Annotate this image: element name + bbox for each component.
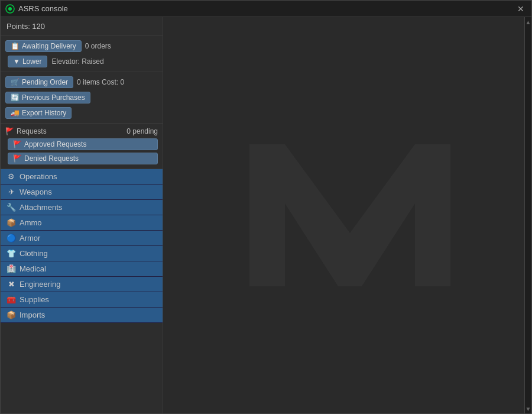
armor-icon: 🔵	[7, 234, 16, 242]
nav-label-operations: Operations	[20, 172, 57, 181]
nav-label-supplies: Supplies	[20, 295, 49, 304]
requests-count: 0 pending	[126, 127, 158, 135]
nav-label-armor: Armor	[20, 234, 40, 242]
nav-item-ammo[interactable]: 📦 Ammo	[1, 215, 163, 231]
export-history-button[interactable]: 🚚 Export History	[5, 107, 72, 119]
previous-purchases-button[interactable]: 🔄 Previous Purchases	[5, 92, 90, 104]
requests-section: 🚩 Requests 0 pending 🚩 Approved Requests…	[1, 124, 163, 169]
nav-label-ammo: Ammo	[20, 218, 42, 227]
weapons-icon: ✈	[7, 187, 16, 196]
svg-point-1	[8, 7, 12, 11]
approved-icon: 🚩	[13, 140, 22, 148]
operations-icon: ⚙	[7, 172, 16, 181]
nav-item-weapons[interactable]: ✈ Weapons	[1, 185, 163, 200]
imports-icon: 📦	[7, 310, 16, 319]
nav-item-armor[interactable]: 🔵 Armor	[1, 231, 163, 246]
nav-item-operations[interactable]: ⚙ Operations	[1, 169, 163, 185]
approved-requests-button[interactable]: 🚩 Approved Requests	[8, 138, 158, 150]
app-icon	[5, 4, 15, 14]
pending-order-info: 0 items Cost: 0	[77, 78, 124, 86]
pending-order-button[interactable]: 🛒 Pending Order	[5, 76, 73, 88]
awaiting-delivery-button[interactable]: 📋 Awaiting Delivery	[5, 40, 82, 52]
requests-header: 🚩 Requests 0 pending	[5, 127, 158, 135]
lower-icon: ▼	[13, 57, 20, 66]
sidebar: Points: 120 📋 Awaiting Delivery 0 orders…	[1, 17, 163, 413]
lower-button[interactable]: ▼ Lower	[8, 56, 47, 67]
requests-toggle[interactable]: 🚩 Requests	[5, 127, 47, 135]
nav-item-supplies[interactable]: 🧰 Supplies	[1, 292, 163, 308]
denied-requests-button[interactable]: 🚩 Denied Requests	[8, 153, 158, 164]
points-label: Points: 120	[7, 22, 45, 31]
nav-section: ⚙ Operations ✈ Weapons 🔧 Attachments 📦 A…	[1, 169, 163, 413]
nav-label-engineering: Engineering	[20, 280, 60, 289]
elevator-status: Elevator: Raised	[52, 57, 104, 66]
nav-label-medical: Medical	[20, 264, 46, 273]
ammo-icon: 📦	[7, 218, 16, 227]
main-window: ASRS console ✕ Points: 120 📋 Awaiting De…	[0, 0, 532, 414]
points-bar: Points: 120	[1, 17, 163, 36]
main-content	[163, 17, 524, 413]
medical-icon: 🏥	[7, 264, 16, 273]
attachments-icon: 🔧	[7, 203, 16, 212]
nav-item-engineering[interactable]: ✖ Engineering	[1, 277, 163, 292]
pending-order-section: 🛒 Pending Order 0 items Cost: 0 🔄 Previo…	[1, 72, 163, 124]
history-icon: 🔄	[11, 93, 20, 102]
svg-marker-2	[249, 144, 450, 286]
scrollbar-right: ▲ ▼	[524, 17, 531, 413]
export-icon: 🚚	[11, 109, 20, 117]
content-area: Points: 120 📋 Awaiting Delivery 0 orders…	[1, 17, 531, 413]
nav-label-imports: Imports	[20, 310, 45, 319]
pending-order-row: 🛒 Pending Order 0 items Cost: 0	[5, 76, 158, 89]
delivery-section: 📋 Awaiting Delivery 0 orders ▼ Lower Ele…	[1, 36, 163, 72]
window-title: ASRS console	[18, 4, 515, 13]
orders-count: 0 orders	[85, 42, 111, 50]
supplies-icon: 🧰	[7, 295, 16, 304]
titlebar: ASRS console ✕	[1, 1, 531, 17]
cart-icon: 🛒	[11, 78, 20, 86]
elevator-row: ▼ Lower Elevator: Raised	[5, 55, 158, 68]
nav-label-weapons: Weapons	[20, 187, 52, 196]
nav-item-clothing[interactable]: 👕 Clothing	[1, 246, 163, 261]
denied-icon: 🚩	[13, 154, 22, 163]
delivery-icon: 📋	[11, 42, 20, 50]
engineering-icon: ✖	[7, 280, 16, 289]
scroll-up-button[interactable]: ▲	[525, 17, 532, 27]
nav-item-attachments[interactable]: 🔧 Attachments	[1, 200, 163, 215]
flag-icon: 🚩	[5, 127, 14, 135]
nav-item-medical[interactable]: 🏥 Medical	[1, 261, 163, 277]
nav-label-attachments: Attachments	[20, 203, 62, 212]
scroll-down-button[interactable]: ▼	[525, 404, 532, 413]
watermark-logo	[232, 132, 456, 298]
nav-label-clothing: Clothing	[20, 249, 48, 258]
close-button[interactable]: ✕	[515, 3, 527, 15]
nav-item-imports[interactable]: 📦 Imports	[1, 308, 163, 323]
clothing-icon: 👕	[7, 249, 16, 258]
request-buttons: 🚩 Approved Requests 🚩 Denied Requests	[5, 138, 158, 165]
awaiting-row: 📋 Awaiting Delivery 0 orders	[5, 40, 158, 53]
